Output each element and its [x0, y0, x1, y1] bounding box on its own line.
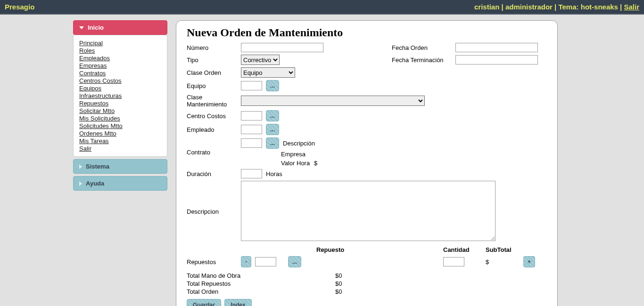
- col-subtotal: SubTotal: [486, 246, 523, 253]
- chevron-down-icon: [79, 26, 84, 29]
- topbar-right: cristian | administrador | Tema: hot-sne…: [474, 3, 639, 11]
- label-contrato-empresa: Empresa: [281, 151, 314, 158]
- input-empleado[interactable]: [241, 125, 262, 134]
- nav-contratos[interactable]: Contratos: [79, 70, 161, 77]
- accordion-sistema[interactable]: Sistema: [73, 159, 167, 174]
- label-equipo: Equipo: [187, 82, 241, 89]
- label-total-repuestos: Total Repuestos: [187, 280, 335, 287]
- nav-ordenes-mtto[interactable]: Ordenes Mtto: [79, 130, 161, 137]
- lookup-equipo-button[interactable]: ...: [266, 80, 279, 91]
- nav-repuestos[interactable]: Repuestos: [79, 100, 161, 107]
- input-repuesto-cantidad[interactable]: [443, 257, 464, 266]
- input-equipo[interactable]: [241, 81, 262, 90]
- textarea-descripcion[interactable]: [241, 181, 495, 241]
- input-contrato[interactable]: [241, 138, 262, 148]
- label-repuestos: Repuestos: [187, 258, 241, 266]
- label-contrato-descripcion: Descripción: [283, 140, 315, 147]
- accordion-inicio[interactable]: Inicio: [73, 20, 167, 35]
- logout-link[interactable]: Salir: [624, 3, 639, 11]
- nav-infraestructuras[interactable]: Infraestructuras: [79, 92, 161, 99]
- chevron-right-icon: [79, 164, 82, 169]
- input-fecha-orden[interactable]: [455, 43, 538, 52]
- nav-mis-tareas[interactable]: Mis Tareas: [79, 137, 161, 145]
- input-numero[interactable]: [241, 43, 323, 52]
- main-panel: Nueva Orden de Mantenimiento Número Fech…: [176, 20, 558, 306]
- page-title: Nueva Orden de Mantenimiento: [187, 26, 547, 39]
- label-numero: Número: [187, 44, 241, 51]
- value-contrato-valor-hora-cur: $: [314, 160, 540, 167]
- value-repuesto-subtotal: $: [486, 258, 523, 266]
- nav-empresas[interactable]: Empresas: [79, 62, 161, 69]
- value-total-orden: $0: [335, 288, 547, 295]
- label-clase-mantenimiento: Clase Mantenimiento: [187, 94, 241, 108]
- topbar-user: cristian: [474, 3, 499, 11]
- label-clase-orden: Clase Orden: [187, 69, 241, 76]
- label-fecha-orden: Fecha Orden: [392, 44, 455, 51]
- label-contrato-valor-hora: Valor Hora: [281, 160, 314, 167]
- select-clase-orden[interactable]: Equipo: [241, 67, 295, 78]
- nav-equipos[interactable]: Equipos: [79, 85, 161, 92]
- topbar-theme-label: Tema:: [558, 3, 578, 11]
- sidebar: Inicio Principal Roles Empleados Empresa…: [73, 20, 167, 191]
- label-centro-costos: Centro Costos: [187, 113, 241, 120]
- input-duracion[interactable]: [241, 169, 262, 178]
- topbar: Presagio cristian | administrador | Tema…: [0, 0, 644, 15]
- nav-roles[interactable]: Roles: [79, 47, 161, 54]
- nav-principal[interactable]: Principal: [79, 40, 161, 47]
- label-contrato: Contrato: [187, 149, 241, 156]
- label-total-orden: Total Orden: [187, 288, 335, 295]
- input-centro-costos[interactable]: [241, 111, 262, 121]
- select-tipo[interactable]: Correctivo: [241, 55, 280, 65]
- value-total-repuestos: $0: [335, 280, 547, 287]
- nav-centros-costos[interactable]: Centros Costos: [79, 77, 161, 84]
- chevron-right-icon: [79, 181, 82, 186]
- col-repuesto: Repuesto: [316, 246, 443, 253]
- nav-mis-solicitudes[interactable]: Mis Solicitudes: [79, 115, 161, 122]
- add-repuesto-button[interactable]: +: [523, 256, 535, 267]
- label-empleado: Empleado: [187, 126, 241, 133]
- accordion-ayuda[interactable]: Ayuda: [73, 176, 167, 191]
- lookup-repuesto-button[interactable]: ...: [288, 256, 301, 267]
- accordion-sistema-label: Sistema: [86, 163, 109, 170]
- input-fecha-terminacion[interactable]: [455, 55, 538, 64]
- topbar-role: administrador: [505, 3, 553, 11]
- label-descripcion: Descripcion: [187, 208, 241, 215]
- accordion-ayuda-label: Ayuda: [86, 180, 104, 187]
- select-clase-mantenimiento[interactable]: [241, 96, 425, 106]
- nav-salir[interactable]: Salir: [79, 145, 161, 152]
- nav-solicitar-mtto[interactable]: Solicitar Mtto: [79, 107, 161, 114]
- label-fecha-terminacion: Fecha Terminación: [392, 56, 455, 64]
- topbar-theme: hot-sneaks: [581, 3, 618, 11]
- accordion-inicio-label: Inicio: [88, 24, 104, 31]
- app-name: Presagio: [5, 3, 34, 11]
- nav-empleados[interactable]: Empleados: [79, 55, 161, 62]
- label-tipo: Tipo: [187, 56, 241, 64]
- index-button[interactable]: Index: [224, 299, 251, 306]
- value-total-mano-obra: $0: [335, 272, 547, 279]
- label-horas: Horas: [266, 170, 282, 177]
- remove-repuesto-button[interactable]: -: [241, 256, 251, 267]
- label-total-mano-obra: Total Mano de Obra: [187, 272, 335, 279]
- lookup-contrato-button[interactable]: ...: [266, 137, 279, 149]
- label-duracion: Duración: [187, 170, 241, 177]
- lookup-centro-costos-button[interactable]: ...: [266, 110, 279, 121]
- col-cantidad: Cantidad: [443, 246, 486, 253]
- lookup-empleado-button[interactable]: ...: [266, 124, 279, 135]
- nav-solicitudes-mtto[interactable]: Solicitudes Mtto: [79, 122, 161, 129]
- input-repuesto-code[interactable]: [255, 257, 276, 266]
- accordion-inicio-content: Principal Roles Empleados Empresas Contr…: [73, 35, 167, 157]
- guardar-button[interactable]: Guardar: [187, 299, 221, 306]
